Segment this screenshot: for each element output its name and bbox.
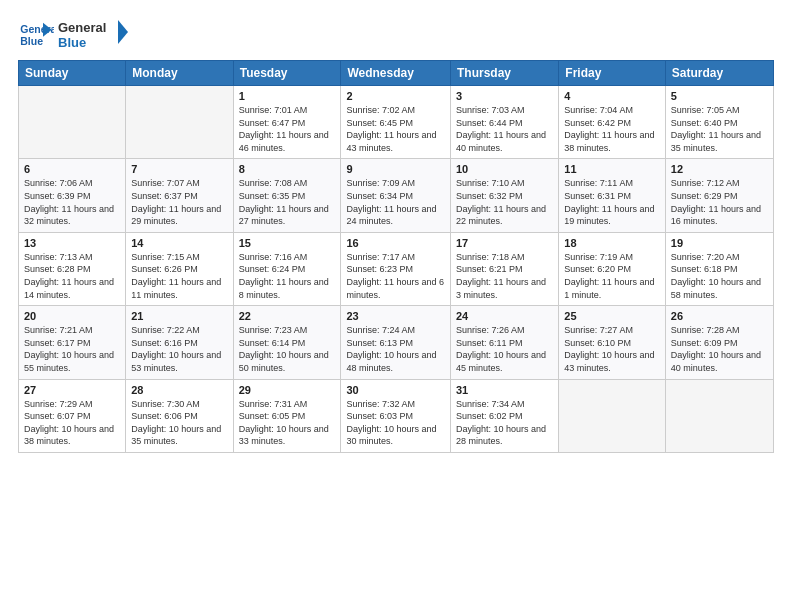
calendar-cell: 16Sunrise: 7:17 AMSunset: 6:23 PMDayligh…: [341, 232, 451, 305]
day-info: Sunrise: 7:20 AMSunset: 6:18 PMDaylight:…: [671, 251, 768, 301]
day-info: Sunrise: 7:07 AMSunset: 6:37 PMDaylight:…: [131, 177, 227, 227]
calendar-cell: [559, 379, 666, 452]
day-number: 19: [671, 237, 768, 249]
day-number: 17: [456, 237, 553, 249]
day-number: 22: [239, 310, 336, 322]
day-info: Sunrise: 7:32 AMSunset: 6:03 PMDaylight:…: [346, 398, 445, 448]
day-number: 30: [346, 384, 445, 396]
day-info: Sunrise: 7:24 AMSunset: 6:13 PMDaylight:…: [346, 324, 445, 374]
day-number: 10: [456, 163, 553, 175]
day-info: Sunrise: 7:22 AMSunset: 6:16 PMDaylight:…: [131, 324, 227, 374]
day-info: Sunrise: 7:15 AMSunset: 6:26 PMDaylight:…: [131, 251, 227, 301]
calendar-cell: 3Sunrise: 7:03 AMSunset: 6:44 PMDaylight…: [451, 86, 559, 159]
day-info: Sunrise: 7:12 AMSunset: 6:29 PMDaylight:…: [671, 177, 768, 227]
day-number: 24: [456, 310, 553, 322]
logo-svg: General Blue: [58, 18, 128, 52]
day-of-week-header: Thursday: [451, 61, 559, 86]
calendar-cell: 21Sunrise: 7:22 AMSunset: 6:16 PMDayligh…: [126, 306, 233, 379]
calendar-week-row: 27Sunrise: 7:29 AMSunset: 6:07 PMDayligh…: [19, 379, 774, 452]
day-number: 6: [24, 163, 120, 175]
day-of-week-header: Friday: [559, 61, 666, 86]
day-info: Sunrise: 7:23 AMSunset: 6:14 PMDaylight:…: [239, 324, 336, 374]
calendar-cell: 20Sunrise: 7:21 AMSunset: 6:17 PMDayligh…: [19, 306, 126, 379]
calendar-cell: 11Sunrise: 7:11 AMSunset: 6:31 PMDayligh…: [559, 159, 666, 232]
day-info: Sunrise: 7:30 AMSunset: 6:06 PMDaylight:…: [131, 398, 227, 448]
day-number: 20: [24, 310, 120, 322]
day-number: 21: [131, 310, 227, 322]
day-info: Sunrise: 7:05 AMSunset: 6:40 PMDaylight:…: [671, 104, 768, 154]
day-of-week-header: Wednesday: [341, 61, 451, 86]
calendar-week-row: 20Sunrise: 7:21 AMSunset: 6:17 PMDayligh…: [19, 306, 774, 379]
header: General Blue General Blue: [18, 18, 774, 52]
day-number: 23: [346, 310, 445, 322]
day-number: 3: [456, 90, 553, 102]
svg-text:Blue: Blue: [58, 35, 86, 50]
calendar-table: SundayMondayTuesdayWednesdayThursdayFrid…: [18, 60, 774, 453]
day-number: 8: [239, 163, 336, 175]
day-info: Sunrise: 7:09 AMSunset: 6:34 PMDaylight:…: [346, 177, 445, 227]
day-number: 27: [24, 384, 120, 396]
calendar-week-row: 13Sunrise: 7:13 AMSunset: 6:28 PMDayligh…: [19, 232, 774, 305]
day-number: 13: [24, 237, 120, 249]
day-info: Sunrise: 7:03 AMSunset: 6:44 PMDaylight:…: [456, 104, 553, 154]
calendar-cell: 14Sunrise: 7:15 AMSunset: 6:26 PMDayligh…: [126, 232, 233, 305]
day-info: Sunrise: 7:01 AMSunset: 6:47 PMDaylight:…: [239, 104, 336, 154]
day-number: 5: [671, 90, 768, 102]
day-number: 2: [346, 90, 445, 102]
day-of-week-header: Sunday: [19, 61, 126, 86]
calendar-cell: 29Sunrise: 7:31 AMSunset: 6:05 PMDayligh…: [233, 379, 341, 452]
day-info: Sunrise: 7:29 AMSunset: 6:07 PMDaylight:…: [24, 398, 120, 448]
page: General Blue General Blue SundayMondayTu…: [0, 0, 792, 612]
day-info: Sunrise: 7:06 AMSunset: 6:39 PMDaylight:…: [24, 177, 120, 227]
day-number: 12: [671, 163, 768, 175]
calendar-cell: 19Sunrise: 7:20 AMSunset: 6:18 PMDayligh…: [665, 232, 773, 305]
calendar-cell: 31Sunrise: 7:34 AMSunset: 6:02 PMDayligh…: [451, 379, 559, 452]
calendar-week-row: 1Sunrise: 7:01 AMSunset: 6:47 PMDaylight…: [19, 86, 774, 159]
day-info: Sunrise: 7:31 AMSunset: 6:05 PMDaylight:…: [239, 398, 336, 448]
day-info: Sunrise: 7:11 AMSunset: 6:31 PMDaylight:…: [564, 177, 660, 227]
day-of-week-header: Saturday: [665, 61, 773, 86]
svg-marker-5: [118, 20, 128, 44]
day-info: Sunrise: 7:04 AMSunset: 6:42 PMDaylight:…: [564, 104, 660, 154]
calendar-cell: [19, 86, 126, 159]
calendar-cell: 18Sunrise: 7:19 AMSunset: 6:20 PMDayligh…: [559, 232, 666, 305]
calendar-cell: [665, 379, 773, 452]
day-number: 31: [456, 384, 553, 396]
calendar-cell: 25Sunrise: 7:27 AMSunset: 6:10 PMDayligh…: [559, 306, 666, 379]
calendar-cell: 13Sunrise: 7:13 AMSunset: 6:28 PMDayligh…: [19, 232, 126, 305]
logo-icon: General Blue: [18, 21, 54, 49]
calendar-cell: 2Sunrise: 7:02 AMSunset: 6:45 PMDaylight…: [341, 86, 451, 159]
day-number: 1: [239, 90, 336, 102]
day-info: Sunrise: 7:08 AMSunset: 6:35 PMDaylight:…: [239, 177, 336, 227]
calendar-cell: 28Sunrise: 7:30 AMSunset: 6:06 PMDayligh…: [126, 379, 233, 452]
day-info: Sunrise: 7:28 AMSunset: 6:09 PMDaylight:…: [671, 324, 768, 374]
calendar-cell: 6Sunrise: 7:06 AMSunset: 6:39 PMDaylight…: [19, 159, 126, 232]
day-info: Sunrise: 7:21 AMSunset: 6:17 PMDaylight:…: [24, 324, 120, 374]
calendar-cell: 27Sunrise: 7:29 AMSunset: 6:07 PMDayligh…: [19, 379, 126, 452]
day-of-week-header: Monday: [126, 61, 233, 86]
day-number: 28: [131, 384, 227, 396]
calendar-cell: 17Sunrise: 7:18 AMSunset: 6:21 PMDayligh…: [451, 232, 559, 305]
day-number: 4: [564, 90, 660, 102]
day-number: 29: [239, 384, 336, 396]
calendar-cell: 22Sunrise: 7:23 AMSunset: 6:14 PMDayligh…: [233, 306, 341, 379]
calendar-cell: 30Sunrise: 7:32 AMSunset: 6:03 PMDayligh…: [341, 379, 451, 452]
day-info: Sunrise: 7:18 AMSunset: 6:21 PMDaylight:…: [456, 251, 553, 301]
day-info: Sunrise: 7:16 AMSunset: 6:24 PMDaylight:…: [239, 251, 336, 301]
calendar-cell: 24Sunrise: 7:26 AMSunset: 6:11 PMDayligh…: [451, 306, 559, 379]
day-info: Sunrise: 7:17 AMSunset: 6:23 PMDaylight:…: [346, 251, 445, 301]
day-number: 9: [346, 163, 445, 175]
day-number: 7: [131, 163, 227, 175]
svg-text:Blue: Blue: [20, 35, 43, 47]
day-info: Sunrise: 7:10 AMSunset: 6:32 PMDaylight:…: [456, 177, 553, 227]
day-info: Sunrise: 7:27 AMSunset: 6:10 PMDaylight:…: [564, 324, 660, 374]
calendar-cell: 26Sunrise: 7:28 AMSunset: 6:09 PMDayligh…: [665, 306, 773, 379]
day-number: 18: [564, 237, 660, 249]
calendar-week-row: 6Sunrise: 7:06 AMSunset: 6:39 PMDaylight…: [19, 159, 774, 232]
day-number: 11: [564, 163, 660, 175]
svg-text:General: General: [58, 20, 106, 35]
calendar-cell: 9Sunrise: 7:09 AMSunset: 6:34 PMDaylight…: [341, 159, 451, 232]
day-number: 14: [131, 237, 227, 249]
day-info: Sunrise: 7:02 AMSunset: 6:45 PMDaylight:…: [346, 104, 445, 154]
day-of-week-header: Tuesday: [233, 61, 341, 86]
